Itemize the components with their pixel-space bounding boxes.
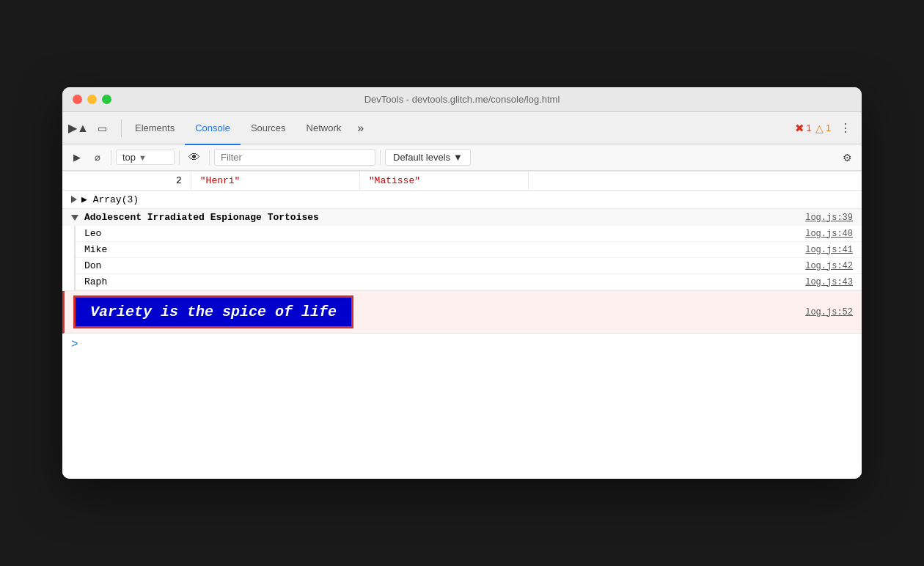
eye-icon[interactable]: 👁 — [184, 151, 205, 164]
object-group: Adolescent Irradiated Espionage Tortoise… — [62, 209, 862, 291]
table-index-cell: 2 — [62, 172, 191, 190]
filter-input[interactable] — [214, 149, 375, 166]
warn-icon: △ — [815, 122, 824, 134]
prompt-row: > — [62, 334, 862, 356]
levels-button[interactable]: Default levels ▼ — [385, 149, 471, 166]
console-divider-4 — [380, 150, 381, 165]
group-link[interactable]: log.js:39 — [805, 213, 853, 223]
table-col1-cell: "Henri" — [191, 172, 360, 190]
child-row-1: Mike log.js:41 — [76, 242, 862, 258]
error-badge: ✖ 1 — [795, 122, 812, 135]
block-icon: ⌀ — [95, 152, 100, 163]
tab-divider — [121, 120, 122, 137]
inspect-icon-button[interactable]: ▭ — [92, 118, 112, 139]
context-select[interactable]: top ▼ — [116, 150, 175, 165]
block-icon-button[interactable]: ⌀ — [89, 149, 106, 166]
tab-console[interactable]: Console — [185, 113, 241, 145]
run-icon: ▶ — [73, 152, 81, 163]
console-divider-2 — [179, 150, 180, 165]
styled-log-row: Variety is the spice of life log.js:52 — [62, 291, 862, 334]
context-arrow: ▼ — [139, 153, 147, 162]
tab-network[interactable]: Network — [296, 113, 352, 145]
styled-message: Variety is the spice of life — [73, 295, 353, 328]
child-row-2: Don log.js:42 — [76, 258, 862, 274]
error-icon: ✖ — [795, 122, 804, 135]
warn-badge: △ 1 — [815, 122, 831, 134]
gear-icon: ⚙ — [843, 152, 852, 163]
child-row-3: Raph log.js:43 — [76, 274, 862, 290]
tab-sources[interactable]: Sources — [241, 113, 296, 145]
console-content: 2 "Henri" "Matisse" ▶ Array(3) Adolescen… — [62, 171, 862, 479]
minimize-button[interactable] — [87, 95, 97, 104]
toolbar-icons: ▶▲ ▭ — [68, 118, 112, 139]
cursor-icon-button[interactable]: ▶▲ — [68, 118, 89, 139]
group-label: Adolescent Irradiated Espionage Tortoise… — [84, 212, 805, 223]
close-button[interactable] — [73, 95, 82, 104]
table-col2-cell: "Matisse" — [360, 172, 529, 190]
settings-button[interactable]: ⚙ — [838, 149, 856, 166]
maximize-button[interactable] — [102, 95, 111, 104]
more-tabs-button[interactable]: » — [351, 112, 370, 144]
console-divider-3 — [209, 150, 210, 165]
prompt-icon[interactable]: > — [71, 338, 78, 351]
levels-arrow: ▼ — [453, 152, 463, 163]
table-row: 2 "Henri" "Matisse" — [62, 171, 862, 191]
devtools-window: DevTools - devtools.glitch.me/console/lo… — [62, 87, 862, 479]
object-group-header[interactable]: Adolescent Irradiated Espionage Tortoise… — [62, 209, 862, 226]
tab-bar-right: ✖ 1 △ 1 ⋮ — [795, 118, 856, 138]
window-title: DevTools - devtools.glitch.me/console/lo… — [364, 94, 560, 105]
tab-bar: ▶▲ ▭ Elements Console Sources Network » … — [62, 112, 862, 144]
console-divider-1 — [111, 150, 111, 165]
array-row[interactable]: ▶ Array(3) — [62, 191, 862, 209]
console-toolbar: ▶ ⌀ top ▼ 👁 Default levels ▼ ⚙ — [62, 144, 862, 171]
child-row-0: Leo log.js:40 — [76, 226, 862, 242]
tab-elements[interactable]: Elements — [125, 113, 185, 145]
three-dots-icon: ⋮ — [840, 122, 851, 134]
array-expand-icon[interactable] — [71, 196, 77, 203]
inspect-icon: ▭ — [98, 122, 107, 134]
traffic-lights — [73, 95, 111, 104]
run-script-button[interactable]: ▶ — [68, 149, 86, 166]
object-children: Leo log.js:40 Mike log.js:41 Don log.js:… — [74, 226, 862, 290]
cursor-icon: ▶▲ — [68, 121, 89, 135]
more-options-button[interactable]: ⋮ — [835, 118, 856, 138]
title-bar: DevTools - devtools.glitch.me/console/lo… — [62, 87, 862, 112]
styled-log-link[interactable]: log.js:52 — [805, 307, 853, 317]
group-expand-icon[interactable] — [71, 215, 78, 221]
